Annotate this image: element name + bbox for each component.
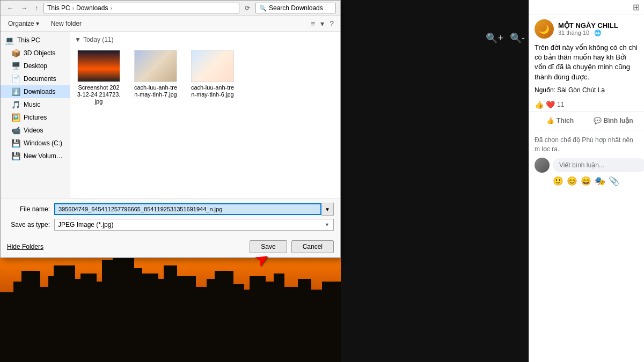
desktop-label: Desktop: [24, 62, 47, 70]
nav-item-3dobjects[interactable]: 📦 3D Objects: [1, 47, 70, 60]
breadcrumb-chevron-1: ›: [72, 5, 74, 11]
comment-button[interactable]: 💬 Bình luận: [588, 114, 639, 128]
like-icon: 👍: [546, 117, 554, 124]
nav-item-windows-c[interactable]: 💾 Windows (C:): [1, 137, 70, 150]
new-folder-button[interactable]: New folder: [48, 19, 85, 28]
windows-c-label: Windows (C:): [24, 139, 62, 147]
nav-item-downloads[interactable]: ⬇️ Downloads: [1, 85, 70, 98]
fb-comment-actions: 🙂 😊 😄 🎭 📎: [535, 173, 639, 186]
dialog-bottom: File name: ▼ Save as type: JPEG Image (*…: [1, 198, 340, 238]
filename-input[interactable]: [54, 203, 321, 215]
fb-reactions-bar: 👍 ❤️ 11: [529, 98, 644, 112]
new-folder-label: New folder: [51, 20, 82, 27]
file-thumb-3: [191, 50, 234, 82]
help-button[interactable]: ?: [327, 18, 336, 29]
fb-comment-section: Đã chọn chế độ Phù hợp nhất nên m lọc ra…: [529, 130, 644, 190]
comment-input[interactable]: [553, 158, 644, 172]
reaction-count: 11: [557, 101, 564, 108]
nav-item-documents[interactable]: 📄 Documents: [1, 72, 70, 85]
search-placeholder: Search Downloads: [269, 4, 323, 12]
view-toggle-button[interactable]: ≡: [309, 18, 317, 29]
emoji-icon[interactable]: 😊: [567, 176, 577, 186]
forward-button[interactable]: →: [19, 3, 30, 13]
fb-post-header: 🌙 MỘT NGÀY CHILL 31 tháng 10 · 🌐: [529, 15, 644, 41]
nav-item-desktop[interactable]: 🖥️ Desktop: [1, 60, 70, 72]
file-name-1: Screenshot 2023-12-24 214723.jpg: [77, 84, 121, 106]
fb-post-text: Trên đời này vốn không có ch chi có bản …: [529, 41, 644, 86]
nav-item-music[interactable]: 🎵 Music: [1, 98, 70, 111]
breadcrumb-downloads[interactable]: Downloads: [76, 4, 108, 12]
file-item-3[interactable]: cach-luu-anh-tren-may-tinh-6.jpg: [188, 48, 237, 108]
file-thumb-2: [134, 50, 177, 82]
sticker-icon[interactable]: 😄: [581, 176, 591, 186]
fb-top-bar: ⊞: [529, 0, 644, 15]
zoom-in-icon[interactable]: 🔍+: [486, 32, 503, 44]
gif-icon[interactable]: 🎭: [595, 176, 605, 186]
downloads-label: Downloads: [24, 88, 55, 95]
hide-folders-button[interactable]: Hide Folders: [7, 243, 43, 250]
refresh-button[interactable]: ⟳: [243, 3, 252, 13]
search-icon: 🔍: [259, 5, 267, 12]
file-name-2: cach-luu-anh-tren-may-tinh-7.jpg: [134, 84, 178, 98]
like-label: Thích: [557, 117, 574, 124]
view-dropdown-button[interactable]: ▾: [318, 18, 326, 29]
save-button[interactable]: Save: [250, 240, 287, 253]
file-grid: Screenshot 2023-12-24 214723.jpg cach-lu…: [75, 48, 336, 112]
cancel-button[interactable]: Cancel: [291, 240, 334, 253]
dialog-titlebar: ← → ↑ This PC › Downloads › ⟳ 🔍 Search D…: [1, 1, 340, 16]
fb-comment-input-row: [535, 158, 639, 173]
3dobjects-label: 3D Objects: [24, 49, 55, 57]
fb-grid-icon[interactable]: ⊞: [633, 2, 640, 12]
search-box[interactable]: 🔍 Search Downloads: [255, 3, 336, 13]
facebook-sidebar: ⊞ 🌙 MỘT NGÀY CHILL 31 tháng 10 · 🌐 Trên …: [529, 0, 644, 362]
file-list-area[interactable]: ▼ Today (11) Screenshot 2023-12-24 21472…: [70, 32, 340, 198]
fb-page-avatar: 🌙: [535, 19, 554, 39]
breadcrumb-thispc[interactable]: This PC: [47, 4, 70, 12]
organize-button[interactable]: Organize ▾: [5, 19, 42, 28]
dialog-content: 💻 This PC 📦 3D Objects 🖥️ Desktop 📄 Docu…: [1, 32, 340, 198]
nav-item-new-volume[interactable]: 💾 New Volume (D:: [1, 150, 70, 162]
breadcrumb-chevron-2: ›: [110, 5, 112, 11]
dialog-toolbar: Organize ▾ New folder ≡ ▾ ?: [1, 16, 340, 32]
videos-label: Videos: [24, 127, 43, 134]
organize-chevron: ▾: [36, 20, 39, 27]
comment-icon: 💬: [594, 117, 602, 124]
like-button[interactable]: 👍 Thích: [535, 114, 586, 128]
dialog-actions: Hide Folders Save Cancel ➤: [1, 238, 340, 257]
new-volume-label: New Volume (D:: [24, 152, 65, 160]
nav-panel: 💻 This PC 📦 3D Objects 🖥️ Desktop 📄 Docu…: [1, 32, 70, 198]
pictures-label: Pictures: [24, 114, 47, 121]
fb-post-source: Nguồn: Sài Gòn Chút Lạ: [529, 86, 644, 98]
fb-action-buttons: 👍 Thích 💬 Bình luận: [529, 112, 644, 130]
back-button[interactable]: ←: [5, 3, 16, 13]
file-item-1[interactable]: Screenshot 2023-12-24 214723.jpg: [75, 48, 123, 108]
address-bar[interactable]: This PC › Downloads ›: [43, 3, 239, 13]
zoom-out-icon[interactable]: 🔍-: [510, 32, 525, 44]
file-item-2[interactable]: cach-luu-anh-tren-may-tinh-7.jpg: [131, 48, 180, 108]
group-chevron: ▼: [75, 36, 81, 43]
videos-icon: 📹: [11, 126, 20, 135]
commenter-avatar: [535, 158, 550, 173]
desktop-icon: 🖥️: [11, 62, 20, 70]
savetype-select[interactable]: JPEG Image (*.jpg): [54, 219, 334, 231]
3dobjects-icon: 📦: [11, 49, 20, 57]
file-group-header: ▼ Today (11): [75, 36, 336, 43]
filename-input-container: ▼: [54, 203, 334, 216]
filename-dropdown-button[interactable]: ▼: [321, 203, 334, 216]
up-button[interactable]: ↑: [33, 3, 40, 13]
dialog-overlay: ← → ↑ This PC › Downloads › ⟳ 🔍 Search D…: [0, 0, 343, 362]
nav-item-pictures[interactable]: 🖼️ Pictures: [1, 111, 70, 124]
pictures-icon: 🖼️: [11, 113, 20, 122]
smile-icon[interactable]: 🙂: [553, 176, 564, 186]
file-thumb-1: [77, 50, 120, 82]
attachment-icon[interactable]: 📎: [609, 176, 619, 186]
nav-item-videos[interactable]: 📹 Videos: [1, 124, 70, 137]
photo-viewer: 🔍+ 🔍- ⤢: [341, 0, 545, 362]
file-save-dialog: ← → ↑ This PC › Downloads › ⟳ 🔍 Search D…: [0, 0, 341, 258]
downloads-icon: ⬇️: [11, 87, 20, 96]
view-icons: ≡ ▾ ?: [309, 18, 336, 29]
savetype-row: Save as type: JPEG Image (*.jpg): [7, 219, 334, 231]
nav-item-thispc[interactable]: 💻 This PC: [1, 34, 70, 47]
savetype-label: Save as type:: [7, 221, 50, 228]
savetype-select-container: JPEG Image (*.jpg): [54, 219, 334, 231]
